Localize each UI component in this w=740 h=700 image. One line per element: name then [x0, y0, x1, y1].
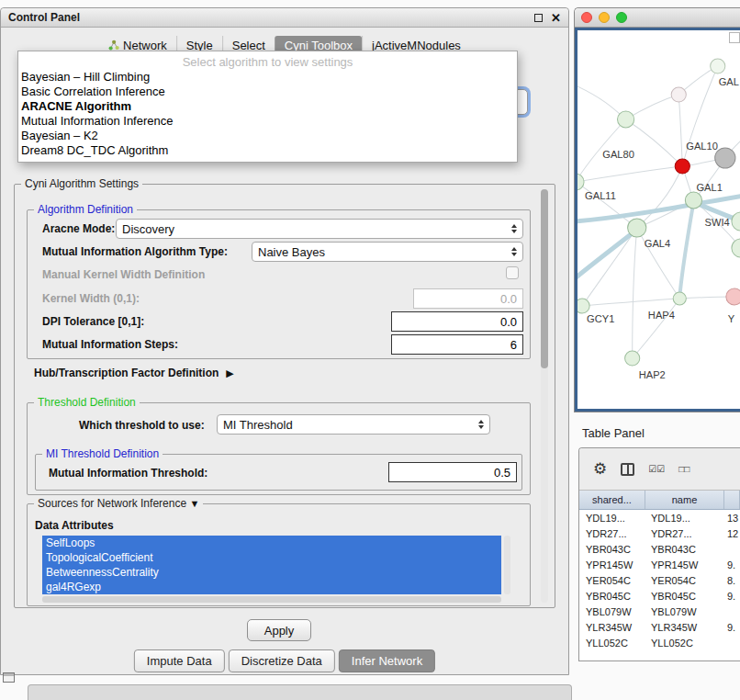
- table-toolbar: ⚙ ☑☑ □□: [579, 448, 740, 491]
- attribute-list-hscrollbar[interactable]: [42, 596, 501, 603]
- network-node-gcy1[interactable]: [577, 299, 589, 313]
- node-label: Y: [728, 313, 735, 324]
- attribute-list-vscrollbar[interactable]: [504, 536, 510, 594]
- dropdown-item[interactable]: Bayesian – Hill Climbing: [18, 70, 517, 85]
- network-node[interactable]: [732, 239, 740, 257]
- dropdown-item[interactable]: Dream8 DC_TDC Algorithm: [18, 143, 517, 158]
- float-window-icon[interactable]: [534, 14, 543, 22]
- mi-threshold-field[interactable]: [388, 462, 517, 482]
- dropdown-item[interactable]: Bayesian – K2: [18, 129, 517, 143]
- network-node[interactable]: [671, 87, 686, 102]
- which-threshold-combobox[interactable]: MI Threshold: [217, 414, 490, 435]
- gear-icon[interactable]: ⚙: [593, 461, 607, 477]
- tab-discretize-data[interactable]: Discretize Data: [229, 649, 335, 672]
- table-row[interactable]: YBL079W YBL079W: [579, 604, 740, 619]
- dpi-tolerance-label: DPI Tolerance [0,1]:: [42, 315, 144, 328]
- network-node-hap4[interactable]: [673, 292, 686, 305]
- node-label: HAP4: [648, 310, 675, 321]
- table-row[interactable]: YPR145W YPR145W 9.: [579, 557, 740, 572]
- aracne-mode-label: Aracne Mode:: [42, 222, 115, 235]
- network-node[interactable]: [726, 288, 740, 305]
- data-attributes-label: Data Attributes: [35, 519, 114, 532]
- attribute-item-selected[interactable]: TopologicalCoefficient: [42, 550, 501, 565]
- dpi-tolerance-field[interactable]: [391, 311, 523, 332]
- tab-infer-network[interactable]: Infer Network: [339, 649, 435, 672]
- deselect-all-icon[interactable]: □□: [678, 464, 690, 474]
- table-row[interactable]: YLR345W YLR345W 9.: [579, 619, 740, 635]
- column-header-name[interactable]: name: [645, 491, 724, 509]
- network-canvas[interactable]: GAL80 GAL10 GAL11 GAL1 SWI4 GAL4 GCY1 HA…: [575, 28, 740, 412]
- table-panel-title: Table Panel: [582, 426, 645, 440]
- combobox-value: Naive Bayes: [258, 245, 506, 259]
- column-header-shared[interactable]: shared...: [579, 491, 645, 509]
- mi-steps-field[interactable]: [391, 334, 523, 355]
- disclosure-collapsed-icon[interactable]: ▶: [226, 367, 233, 379]
- table-row[interactable]: YBR043C YBR043C: [579, 541, 740, 557]
- network-edge: [577, 166, 682, 182]
- network-edge: [582, 299, 679, 306]
- cell: YBL079W: [579, 606, 645, 617]
- collapsed-panel-icon[interactable]: [3, 672, 15, 683]
- cell: YPR145W: [645, 559, 724, 570]
- table-row[interactable]: YER054C YER054C 8.: [579, 572, 740, 588]
- network-node[interactable]: [577, 174, 584, 190]
- node-label: GAL: [719, 76, 739, 87]
- cell: YER054C: [579, 575, 645, 586]
- which-threshold-label: Which threshold to use:: [79, 419, 205, 432]
- network-node[interactable]: [732, 212, 740, 231]
- cell: YLR345W: [579, 622, 645, 633]
- select-all-icon[interactable]: ☑☑: [648, 464, 665, 474]
- cyni-algorithm-settings-group: Cyni Algorithm Settings Algorithm Defini…: [14, 184, 555, 608]
- network-node[interactable]: [711, 59, 725, 73]
- settings-scrollbar-thumb[interactable]: [541, 189, 548, 368]
- cell: YBL079W: [645, 606, 724, 617]
- close-icon[interactable]: ✕: [551, 12, 561, 24]
- kernel-width-label: Kernel Width (0,1):: [42, 292, 140, 305]
- network-edge: [678, 95, 682, 166]
- network-node[interactable]: [617, 111, 633, 128]
- columns-icon[interactable]: [621, 463, 634, 476]
- dropdown-item-selected[interactable]: ARACNE Algorithm: [18, 99, 517, 114]
- cell: 13: [724, 513, 740, 524]
- minimize-button[interactable]: [599, 12, 610, 23]
- network-node-gal10[interactable]: [675, 159, 690, 174]
- apply-button[interactable]: Apply: [247, 619, 311, 641]
- close-button[interactable]: [581, 12, 592, 23]
- tab-impute-data[interactable]: Impute Data: [134, 649, 225, 672]
- dropdown-item[interactable]: Basic Correlation Inference: [18, 85, 517, 99]
- mi-type-combobox[interactable]: Naive Bayes: [252, 242, 523, 262]
- network-window-titlebar[interactable]: [575, 8, 740, 28]
- combobox-value: Discovery: [122, 222, 506, 236]
- control-panel-titlebar[interactable]: Control Panel ✕: [1, 8, 568, 28]
- mi-threshold-label: Mutual Information Threshold:: [49, 467, 207, 480]
- network-node[interactable]: [715, 148, 735, 168]
- table-row[interactable]: YBR045C YBR045C 9.: [579, 588, 740, 604]
- hub-tf-definition-section[interactable]: Hub/Transcription Factor Definition ▶: [34, 367, 234, 379]
- window-title: Control Panel: [8, 11, 80, 24]
- network-node-hap2[interactable]: [625, 351, 640, 366]
- aracne-mode-combobox[interactable]: Discovery: [116, 219, 523, 239]
- attribute-item-selected[interactable]: SelfLoops: [42, 536, 501, 550]
- algorithm-definition-group: Algorithm Definition Aracne Mode: Discov…: [27, 209, 531, 359]
- network-graph: GAL80 GAL10 GAL11 GAL1 SWI4 GAL4 GCY1 HA…: [577, 30, 740, 409]
- network-node-gal1[interactable]: [685, 192, 701, 209]
- hub-tf-label: Hub/Transcription Factor Definition: [34, 367, 219, 379]
- network-node-gal4[interactable]: [628, 219, 646, 237]
- manual-kernel-checkbox[interactable]: [506, 266, 519, 279]
- sources-title-row[interactable]: Sources for Network Inference ▼: [34, 497, 203, 510]
- table-row[interactable]: YLL052C YLL052C: [579, 635, 740, 650]
- table-row[interactable]: YDL19... YDL19... 13: [579, 510, 740, 525]
- column-header-extra[interactable]: [724, 491, 740, 509]
- dropdown-item[interactable]: Mutual Information Inference: [18, 114, 517, 129]
- canvas-corner-button[interactable]: [729, 32, 740, 43]
- kernel-width-field[interactable]: [413, 288, 523, 309]
- zoom-button[interactable]: [616, 12, 627, 23]
- table-row[interactable]: YDR27... YDR27... 12: [579, 525, 740, 541]
- network-edge: [577, 85, 626, 119]
- table-panel-window: ⚙ ☑☑ □□ shared... name YDL19... YDL19...…: [578, 447, 740, 661]
- node-label: GAL11: [585, 190, 616, 201]
- disclosure-expanded-icon[interactable]: ▼: [189, 498, 199, 509]
- attribute-item-selected[interactable]: gal4RGexp: [42, 580, 501, 594]
- cell: YBR045C: [645, 591, 724, 602]
- attribute-item-selected[interactable]: BetweennessCentrality: [42, 565, 501, 580]
